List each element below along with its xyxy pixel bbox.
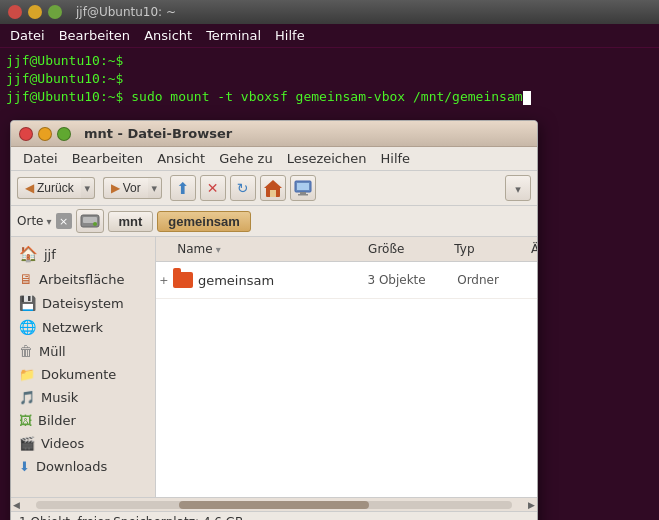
- orte-chevron-icon: ▾: [46, 216, 51, 227]
- col-mod-label: Ände: [531, 242, 537, 256]
- home-folder-icon: 🏠: [19, 245, 38, 263]
- fb-menu-hilfe[interactable]: Hilfe: [375, 149, 417, 168]
- fb-hscroll: ◀ ▶: [11, 497, 537, 511]
- desktop-icon: 🖥: [19, 271, 33, 287]
- terminal-prompt-1: jjf@Ubuntu10:~$: [6, 53, 123, 68]
- terminal-menu-ansicht[interactable]: Ansicht: [138, 26, 198, 45]
- col-type-label: Typ: [454, 242, 474, 256]
- forward-chevron-icon: [151, 182, 157, 195]
- forward-button[interactable]: Vor: [103, 177, 148, 199]
- col-header-mod[interactable]: Ände: [525, 240, 537, 258]
- drive-icon: [80, 213, 100, 229]
- file-name-cell: gemeinsam: [198, 273, 368, 288]
- drive-button[interactable]: [76, 209, 104, 233]
- terminal-menu-hilfe[interactable]: Hilfe: [269, 26, 311, 45]
- sidebar-label-pictures: Bilder: [38, 413, 76, 428]
- sidebar-label-jjf: jjf: [44, 247, 56, 262]
- terminal-line-1: jjf@Ubuntu10:~$: [6, 52, 653, 70]
- terminal-close-button[interactable]: [8, 5, 22, 19]
- hscroll-right-button[interactable]: ▶: [528, 500, 535, 510]
- file-header: Name Größe Typ Ände: [156, 237, 537, 262]
- computer-button[interactable]: [290, 175, 316, 201]
- location-clear-icon: ×: [59, 215, 68, 228]
- fb-menu-ansicht[interactable]: Ansicht: [151, 149, 211, 168]
- sidebar-item-videos[interactable]: 🎬 Videos: [11, 432, 155, 455]
- music-icon: 🎵: [19, 390, 35, 405]
- network-icon: 🌐: [19, 319, 36, 335]
- home-icon: [263, 179, 283, 197]
- sidebar-item-desktop[interactable]: 🖥 Arbeitsfläche: [11, 267, 155, 291]
- file-type-cell: Ordner: [457, 273, 537, 287]
- location-clear-button[interactable]: ×: [56, 213, 72, 229]
- terminal-menu-bearbeiten[interactable]: Bearbeiten: [53, 26, 136, 45]
- fb-filelist: Name Größe Typ Ände + gemeins: [156, 237, 537, 497]
- fb-menu-bearbeiten[interactable]: Bearbeiten: [66, 149, 149, 168]
- toolbar-more-button[interactable]: [505, 175, 531, 201]
- trash-icon: 🗑: [19, 343, 33, 359]
- file-size-cell: 3 Objekte: [367, 273, 457, 287]
- fb-menu-lesezeichen[interactable]: Lesezeichen: [281, 149, 373, 168]
- sidebar-label-trash: Müll: [39, 344, 66, 359]
- fb-minimize-button[interactable]: [38, 127, 52, 141]
- folder-icon: [173, 272, 193, 288]
- back-button[interactable]: Zurück: [17, 177, 81, 199]
- orte-text: Orte: [17, 214, 43, 228]
- stop-icon: ✕: [207, 180, 219, 196]
- fb-menu-gehzu[interactable]: Gehe zu: [213, 149, 279, 168]
- downloads-icon: ⬇: [19, 459, 30, 474]
- pictures-icon: 🖼: [19, 413, 32, 428]
- terminal-menu-datei[interactable]: Datei: [4, 26, 51, 45]
- fb-menu-datei[interactable]: Datei: [17, 149, 64, 168]
- fb-statusbar: 1 Objekt, freier Speicherplatz: 4,6 GB: [11, 511, 537, 520]
- sidebar-item-pictures[interactable]: 🖼 Bilder: [11, 409, 155, 432]
- sidebar-item-music[interactable]: 🎵 Musik: [11, 386, 155, 409]
- home-button[interactable]: [260, 175, 286, 201]
- sidebar-item-jjf[interactable]: 🏠 jjf: [11, 241, 155, 267]
- svg-marker-1: [264, 180, 282, 188]
- col-size-label: Größe: [368, 242, 404, 256]
- row-expander[interactable]: +: [156, 274, 172, 287]
- forward-dropdown[interactable]: [148, 177, 162, 199]
- sidebar-label-filesystem: Dateisystem: [42, 296, 124, 311]
- videos-icon: 🎬: [19, 436, 35, 451]
- sidebar-item-network[interactable]: 🌐 Netzwerk: [11, 315, 155, 339]
- back-dropdown[interactable]: [81, 177, 95, 199]
- fb-close-button[interactable]: [19, 127, 33, 141]
- back-button-group: Zurück: [17, 177, 95, 199]
- svg-rect-4: [297, 183, 309, 190]
- forward-button-group: Vor: [103, 177, 162, 199]
- breadcrumb-mnt[interactable]: mnt: [108, 211, 154, 232]
- sidebar-label-music: Musik: [41, 390, 78, 405]
- col-header-size[interactable]: Größe: [362, 240, 448, 258]
- terminal-menubar: Datei Bearbeiten Ansicht Terminal Hilfe: [0, 24, 659, 48]
- hscroll-thumb[interactable]: [179, 501, 369, 509]
- up-button[interactable]: ⬆: [170, 175, 196, 201]
- terminal-prompt-3: jjf@Ubuntu10:~$ sudo mount -t vboxsf gem…: [6, 89, 523, 104]
- terminal-title: jjf@Ubuntu10: ~: [76, 5, 176, 19]
- terminal-minimize-button[interactable]: [28, 5, 42, 19]
- toolbar-more-icon: [515, 181, 521, 196]
- fb-titlebar: mnt - Datei-Browser: [11, 121, 537, 147]
- sidebar-item-filesystem[interactable]: 💾 Dateisystem: [11, 291, 155, 315]
- sidebar-label-desktop: Arbeitsfläche: [39, 272, 125, 287]
- hscroll-left-button[interactable]: ◀: [13, 500, 20, 510]
- terminal-maximize-button[interactable]: [48, 5, 62, 19]
- file-folder-icon: [172, 269, 194, 291]
- fb-main: 🏠 jjf 🖥 Arbeitsfläche 💾 Dateisystem 🌐 Ne…: [11, 237, 537, 497]
- fb-maximize-button[interactable]: [57, 127, 71, 141]
- col-header-type[interactable]: Typ: [448, 240, 525, 258]
- back-label: Zurück: [37, 181, 74, 195]
- reload-button[interactable]: ↻: [230, 175, 256, 201]
- breadcrumb-gemeinsam[interactable]: gemeinsam: [157, 211, 251, 232]
- stop-button[interactable]: ✕: [200, 175, 226, 201]
- sidebar-item-downloads[interactable]: ⬇ Downloads: [11, 455, 155, 478]
- statusbar-text: 1 Objekt, freier Speicherplatz: 4,6 GB: [19, 515, 243, 520]
- col-header-name[interactable]: Name: [171, 240, 362, 258]
- table-row[interactable]: + gemeinsam 3 Objekte Ordner Mo 1: [156, 262, 537, 299]
- sidebar-item-trash[interactable]: 🗑 Müll: [11, 339, 155, 363]
- sidebar-item-documents[interactable]: 📁 Dokumente: [11, 363, 155, 386]
- terminal-menu-terminal[interactable]: Terminal: [200, 26, 267, 45]
- svg-point-9: [93, 222, 97, 226]
- fb-menubar: Datei Bearbeiten Ansicht Gehe zu Lesezei…: [11, 147, 537, 171]
- up-icon: ⬆: [176, 179, 189, 198]
